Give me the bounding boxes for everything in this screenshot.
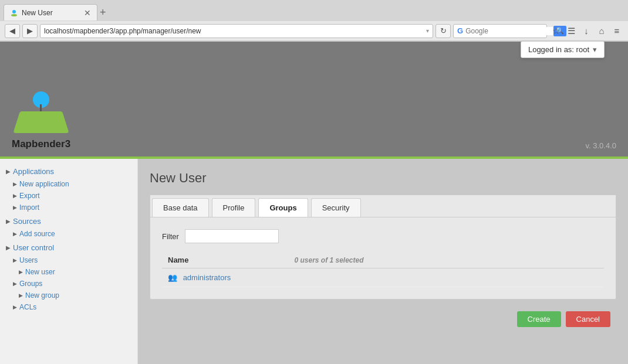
logged-in-text: Logged in as: root	[528, 45, 589, 54]
cancel-button[interactable]: Cancel	[566, 311, 610, 327]
nav-bar: ◀ ▶ ▾ ↻ G 🔍 ☆ ☰ ↓ ⌂ ≡	[0, 21, 628, 41]
count-header: 0 users of 1 selected	[276, 252, 604, 268]
sidebar-section-user-control: ▶ User control ▶ Users ▶ New user ▶ Grou…	[0, 241, 137, 313]
nav-icons: ☆ ☰ ↓ ⌂ ≡	[549, 25, 623, 38]
home-icon[interactable]: ⌂	[595, 25, 608, 38]
sidebar-item-label: ACLs	[19, 303, 36, 311]
arrow-icon: ▶	[13, 281, 17, 287]
accent-line	[0, 157, 628, 159]
arrow-icon: ▶	[13, 181, 17, 187]
sidebar-item-label: Add source	[19, 230, 55, 238]
new-tab-button[interactable]: +	[100, 6, 106, 19]
group-icon: 👥	[168, 273, 177, 282]
logo-text: Mapbender3	[12, 138, 70, 150]
refresh-button[interactable]: ↻	[435, 24, 451, 38]
table-row: 👥 administrators	[162, 268, 604, 287]
tab-profile[interactable]: Profile	[212, 198, 256, 217]
sidebar-item-label: Applications	[13, 167, 54, 176]
browser-chrome: New User ✕ + ◀ ▶ ▾ ↻ G 🔍 ☆ ☰ ↓ ⌂ ≡	[0, 0, 628, 42]
tab-title: New User	[22, 9, 53, 17]
svg-point-0	[12, 10, 16, 13]
tab-close-button[interactable]: ✕	[84, 8, 91, 18]
count-text: 0 users of 1 selected	[282, 256, 363, 264]
search-bar: G 🔍	[453, 24, 547, 38]
name-header: Name	[162, 252, 276, 268]
google-icon: G	[457, 26, 463, 35]
tab-row: Base data Profile Groups Security	[150, 195, 616, 217]
filter-label: Filter	[162, 232, 179, 241]
address-bar-wrap: ▾	[40, 24, 433, 38]
sidebar-item-label: Sources	[13, 217, 41, 226]
download-icon[interactable]: ↓	[580, 25, 593, 38]
group-cell: 👥 administrators	[162, 268, 604, 287]
filter-row: Filter	[162, 229, 604, 243]
action-bar: Create Cancel	[150, 311, 616, 327]
arrow-icon: ▶	[13, 205, 17, 210]
sidebar-item-new-group[interactable]: ▶ New group	[0, 290, 137, 301]
sidebar: ▶ Applications ▶ New application ▶ Expor…	[0, 159, 138, 364]
sidebar-item-new-application[interactable]: ▶ New application	[0, 178, 137, 190]
logo-area: Mapbender3	[12, 91, 70, 150]
sidebar-item-label: Import	[19, 203, 39, 212]
sidebar-item-new-user[interactable]: ▶ New user	[0, 266, 137, 278]
hamburger-icon[interactable]: ≡	[610, 25, 623, 38]
forward-button[interactable]: ▶	[22, 24, 38, 38]
arrow-icon: ▶	[19, 269, 23, 275]
address-bar[interactable]	[44, 27, 424, 35]
tab-content-groups: Filter Name 0 users of 1 selected	[150, 217, 616, 299]
sidebar-item-applications[interactable]: ▶ Applications	[0, 165, 137, 178]
sidebar-item-label: Export	[19, 192, 40, 200]
tab-bar: New User ✕ +	[0, 0, 628, 21]
main-content: New User Base data Profile Groups Securi…	[138, 159, 628, 364]
bookmark-icon[interactable]: ☆	[549, 25, 562, 38]
user-menu-caret: ▾	[593, 45, 597, 54]
groups-table: Name 0 users of 1 selected 👥 administrat…	[162, 252, 604, 287]
sidebar-section-applications: ▶ Applications ▶ New application ▶ Expor…	[0, 165, 137, 213]
sidebar-item-users[interactable]: ▶ Users	[0, 254, 137, 266]
sidebar-item-user-control[interactable]: ▶ User control	[0, 241, 137, 254]
sidebar-item-label: Users	[19, 256, 38, 264]
tab-favicon	[10, 9, 18, 17]
sidebar-item-label: New application	[19, 180, 69, 188]
tab-groups[interactable]: Groups	[258, 198, 308, 217]
sidebar-item-label: New user	[25, 268, 55, 276]
sidebar-item-label: Groups	[19, 280, 42, 288]
sidebar-item-import[interactable]: ▶ Import	[0, 202, 137, 213]
filter-input[interactable]	[185, 229, 279, 243]
logo-base	[13, 111, 69, 133]
arrow-icon: ▶	[6, 218, 11, 224]
sidebar-item-add-source[interactable]: ▶ Add source	[0, 228, 137, 240]
arrow-icon: ▶	[13, 231, 17, 237]
arrow-icon: ▶	[13, 193, 17, 199]
sidebar-item-sources[interactable]: ▶ Sources	[0, 215, 137, 228]
group-name[interactable]: administrators	[183, 273, 231, 282]
arrow-icon: ▶	[6, 168, 11, 175]
form-panel: Base data Profile Groups Security Filter…	[150, 195, 616, 300]
tab-base-data[interactable]: Base data	[152, 198, 209, 217]
sidebar-item-export[interactable]: ▶ Export	[0, 190, 137, 202]
sidebar-item-label: New group	[25, 291, 59, 300]
sidebar-item-groups[interactable]: ▶ Groups	[0, 278, 137, 290]
arrow-icon: ▶	[19, 292, 23, 298]
page-title: New User	[150, 171, 616, 186]
arrow-icon: ▶	[13, 257, 17, 263]
table-header-row: Name 0 users of 1 selected	[162, 252, 604, 268]
app-container: ▶ Applications ▶ New application ▶ Expor…	[0, 159, 628, 364]
browser-tab-active[interactable]: New User ✕	[4, 4, 97, 21]
arrow-icon: ▶	[6, 244, 11, 251]
sidebar-section-sources: ▶ Sources ▶ Add source	[0, 215, 137, 240]
create-button[interactable]: Create	[517, 311, 561, 327]
tab-security[interactable]: Security	[311, 198, 361, 217]
menu-icon[interactable]: ☰	[565, 25, 578, 38]
address-caret: ▾	[426, 28, 429, 34]
logged-in-bar[interactable]: Logged in as: root ▾	[521, 41, 605, 58]
search-input[interactable]	[465, 27, 553, 35]
version-text: v. 3.0.4.0	[585, 141, 616, 150]
svg-point-1	[11, 14, 17, 16]
top-banner: Mapbender3 v. 3.0.4.0	[0, 42, 628, 159]
sidebar-item-label: User control	[13, 243, 54, 252]
sidebar-item-acls[interactable]: ▶ ACLs	[0, 301, 137, 313]
arrow-icon: ▶	[13, 304, 17, 310]
back-button[interactable]: ◀	[5, 24, 20, 38]
